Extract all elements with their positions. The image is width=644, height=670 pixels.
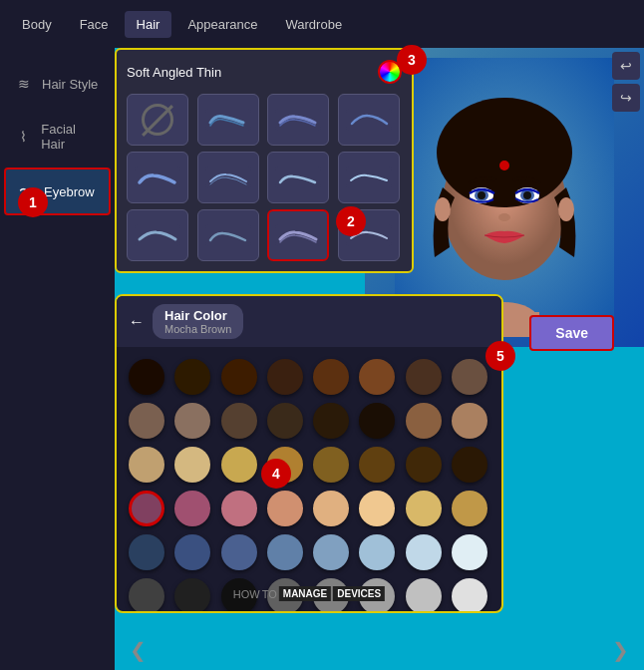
color-swatch-47[interactable] bbox=[452, 578, 487, 613]
eyebrow-option-8[interactable] bbox=[127, 209, 188, 261]
tab-body[interactable]: Body bbox=[10, 11, 64, 38]
nav-left-button[interactable]: ❮ bbox=[130, 638, 147, 662]
color-swatch-2[interactable] bbox=[221, 359, 257, 395]
main-container: ≋ Hair Style ⌇ Facial Hair 〜 Eyebrow bbox=[0, 0, 644, 670]
color-swatch-41[interactable] bbox=[174, 578, 210, 613]
color-swatch-22[interactable] bbox=[406, 447, 442, 483]
annotation-1: 1 bbox=[18, 187, 48, 217]
redo-button[interactable]: ↪ bbox=[612, 84, 640, 112]
eyebrow-option-6[interactable] bbox=[267, 152, 329, 203]
color-swatch-1[interactable] bbox=[174, 359, 210, 395]
svg-rect-22 bbox=[135, 224, 180, 246]
color-swatch-21[interactable] bbox=[359, 447, 395, 483]
eyebrow-preview-4 bbox=[135, 167, 180, 188]
undo-button[interactable]: ↩ bbox=[612, 52, 640, 80]
color-swatch-5[interactable] bbox=[359, 359, 395, 395]
eyebrow-preview-8 bbox=[135, 224, 180, 246]
svg-point-4 bbox=[437, 98, 572, 207]
color-swatch-32[interactable] bbox=[129, 534, 164, 570]
sidebar-item-hair-style[interactable]: ≋ Hair Style bbox=[4, 62, 111, 106]
watermark-to: TO bbox=[262, 588, 277, 600]
eyebrow-preview-10 bbox=[275, 224, 321, 246]
eyebrow-preview-5 bbox=[205, 167, 251, 188]
hair-color-title: Hair Color bbox=[164, 308, 231, 323]
facial-hair-icon: ⌇ bbox=[14, 127, 33, 147]
top-tab-bar: Body Face Hair Appearance Wardrobe bbox=[0, 0, 644, 48]
color-swatch-40[interactable] bbox=[129, 578, 164, 613]
watermark: HOW TO MANAGE DEVICES bbox=[233, 586, 385, 601]
color-swatch-grid bbox=[117, 347, 501, 613]
color-swatch-14[interactable] bbox=[406, 403, 442, 439]
color-swatch-30[interactable] bbox=[406, 491, 442, 526]
back-button[interactable]: ← bbox=[129, 313, 145, 331]
color-swatch-3[interactable] bbox=[267, 359, 303, 395]
color-swatch-35[interactable] bbox=[267, 534, 303, 570]
annotation-5: 5 bbox=[485, 341, 515, 371]
color-swatch-15[interactable] bbox=[452, 403, 487, 439]
color-swatch-46[interactable] bbox=[406, 578, 442, 613]
color-swatch-11[interactable] bbox=[267, 403, 303, 439]
eyebrow-option-4[interactable] bbox=[127, 152, 188, 203]
color-swatch-7[interactable] bbox=[452, 359, 487, 395]
color-swatch-12[interactable] bbox=[313, 403, 349, 439]
svg-point-11 bbox=[523, 191, 531, 199]
eyebrow-grid bbox=[127, 94, 402, 261]
color-swatch-4[interactable] bbox=[313, 359, 349, 395]
svg-point-13 bbox=[435, 197, 451, 221]
eyebrow-option-3[interactable] bbox=[338, 94, 400, 146]
sidebar-item-label: Facial Hair bbox=[41, 122, 101, 152]
sidebar-item-facial-hair[interactable]: ⌇ Facial Hair bbox=[4, 110, 111, 164]
sidebar-item-label: Hair Style bbox=[42, 77, 98, 92]
watermark-manage: MANAGE bbox=[279, 586, 331, 601]
watermark-how: HOW bbox=[233, 588, 260, 600]
color-swatch-38[interactable] bbox=[406, 534, 442, 570]
eyebrow-option-2[interactable] bbox=[267, 94, 329, 146]
svg-rect-21 bbox=[346, 167, 392, 188]
panel-title: Soft Angled Thin bbox=[127, 65, 221, 80]
color-swatch-39[interactable] bbox=[452, 534, 487, 570]
svg-point-5 bbox=[499, 161, 509, 170]
color-swatch-6[interactable] bbox=[406, 359, 442, 395]
color-swatch-23[interactable] bbox=[452, 447, 487, 483]
save-button[interactable]: Save bbox=[529, 315, 614, 351]
tab-face[interactable]: Face bbox=[68, 11, 121, 38]
eyebrow-option-5[interactable] bbox=[197, 152, 259, 203]
color-swatch-34[interactable] bbox=[221, 534, 257, 570]
eyebrow-option-10[interactable] bbox=[267, 209, 329, 261]
color-swatch-24[interactable] bbox=[129, 491, 164, 526]
annotation-4: 4 bbox=[261, 459, 291, 489]
eyebrow-option-7[interactable] bbox=[338, 152, 400, 203]
eyebrow-option-none[interactable] bbox=[127, 94, 188, 146]
eyebrow-preview-3 bbox=[346, 109, 392, 131]
tab-hair[interactable]: Hair bbox=[125, 11, 172, 38]
hair-color-subtitle: Mocha Brown bbox=[164, 323, 231, 335]
watermark-devices: DEVICES bbox=[333, 586, 385, 601]
color-swatch-8[interactable] bbox=[129, 403, 164, 439]
color-swatch-9[interactable] bbox=[174, 403, 210, 439]
nav-right-button[interactable]: ❯ bbox=[612, 638, 629, 662]
hair-color-title-wrap: Hair Color Mocha Brown bbox=[153, 304, 243, 339]
color-swatch-18[interactable] bbox=[221, 447, 257, 483]
color-swatch-25[interactable] bbox=[174, 491, 210, 526]
color-swatch-33[interactable] bbox=[174, 534, 210, 570]
color-swatch-13[interactable] bbox=[359, 403, 395, 439]
undo-redo-bar: ↩ ↪ bbox=[612, 52, 640, 112]
color-swatch-28[interactable] bbox=[313, 491, 349, 526]
tab-appearance[interactable]: Appearance bbox=[175, 11, 269, 38]
svg-rect-17 bbox=[346, 109, 392, 131]
color-swatch-26[interactable] bbox=[221, 491, 257, 526]
tab-wardrobe[interactable]: Wardrobe bbox=[274, 11, 355, 38]
color-swatch-36[interactable] bbox=[313, 534, 349, 570]
color-swatch-29[interactable] bbox=[359, 491, 395, 526]
color-swatch-37[interactable] bbox=[359, 534, 395, 570]
color-swatch-10[interactable] bbox=[221, 403, 257, 439]
eyebrow-option-1[interactable] bbox=[197, 94, 259, 146]
color-swatch-0[interactable] bbox=[129, 359, 164, 395]
annotation-2: 2 bbox=[336, 206, 366, 236]
color-swatch-20[interactable] bbox=[313, 447, 349, 483]
color-swatch-31[interactable] bbox=[452, 491, 487, 526]
color-swatch-17[interactable] bbox=[174, 447, 210, 483]
color-swatch-27[interactable] bbox=[267, 491, 303, 526]
color-swatch-16[interactable] bbox=[129, 447, 164, 483]
eyebrow-option-9[interactable] bbox=[197, 209, 259, 261]
